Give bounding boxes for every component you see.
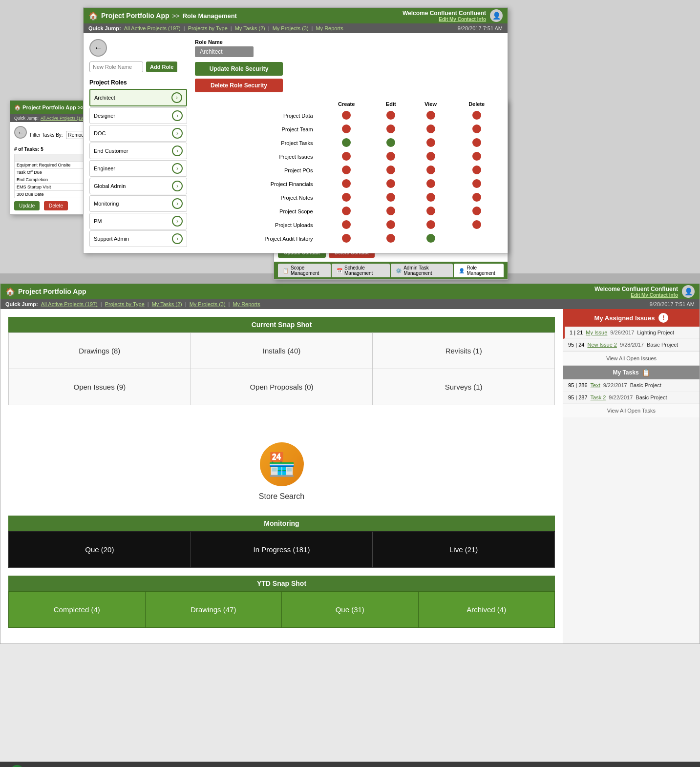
main-qj-label: Quick Jump: bbox=[5, 301, 38, 307]
snap-card-installs[interactable]: Installs (40) bbox=[191, 333, 373, 369]
role-item-pm[interactable]: PM › bbox=[89, 213, 187, 229]
chevron-icon-monitoring: › bbox=[172, 198, 183, 209]
tab-admin-task[interactable]: ⚙️ Admin Task Management bbox=[391, 264, 453, 277]
role-item-end-customer[interactable]: End Customer › bbox=[89, 143, 187, 159]
role-item-architect[interactable]: Architect › bbox=[89, 89, 187, 106]
my-tasks-header: My Tasks 📋 bbox=[563, 366, 700, 379]
right-panel: My Assigned Issues ! 1 | 21 My Issue 9/2… bbox=[563, 309, 700, 643]
snap-card-open-issues[interactable]: Open Issues (9) bbox=[9, 369, 191, 405]
qj-by-type[interactable]: Projects by Type bbox=[188, 25, 228, 31]
tab-schedule[interactable]: 📅 Schedule Management bbox=[332, 264, 390, 277]
chevron-icon-doc: › bbox=[172, 128, 183, 139]
qj-my-projects[interactable]: My Projects (3) bbox=[273, 25, 309, 31]
snap-card-drawings[interactable]: Drawings (8) bbox=[9, 333, 191, 369]
tasks-qj-link[interactable]: All Active Projects (197) bbox=[41, 116, 87, 121]
user-avatar[interactable]: 👤 bbox=[490, 9, 503, 22]
assigned-issues-title: My Assigned Issues bbox=[594, 314, 655, 322]
issue-link-2[interactable]: New Issue 2 bbox=[587, 342, 617, 348]
ytd-card-archived[interactable]: Archived (4) bbox=[419, 592, 555, 628]
chevron-icon-end-customer: › bbox=[172, 145, 183, 156]
monitoring-card-live[interactable]: Live (21) bbox=[373, 532, 555, 568]
ytd-grid: Completed (4) Drawings (47) Que (31) Arc… bbox=[8, 591, 555, 628]
main-qj-my-reports[interactable]: My Reports bbox=[233, 301, 260, 307]
role-item-global-admin[interactable]: Global Admin › bbox=[89, 178, 187, 194]
main-window-header: 🏠 Project Portfolio App Welcome Confluen… bbox=[0, 284, 700, 299]
welcome-name: Welcome Confluent Confluent bbox=[403, 10, 486, 17]
snap-card-surveys[interactable]: Surveys (1) bbox=[373, 369, 555, 405]
update-security-button[interactable]: Update Role Security bbox=[195, 62, 283, 76]
task-id-2: 95 | 287 bbox=[568, 394, 588, 400]
task-link-1[interactable]: Text bbox=[591, 382, 600, 388]
new-role-input[interactable] bbox=[89, 62, 143, 72]
issue-project-1: Lighting Project bbox=[637, 330, 674, 335]
tasks-update-button[interactable]: Update bbox=[14, 201, 40, 210]
monitoring-card-in-progress[interactable]: In Progress (181) bbox=[191, 532, 373, 568]
ytd-section: YTD Snap Shot Completed (4) Drawings (47… bbox=[8, 576, 555, 628]
main-welcome-name: Welcome Confluent Confluent bbox=[594, 286, 678, 292]
main-qj-my-projects[interactable]: My Projects (3) bbox=[190, 301, 226, 307]
tasks-back-button[interactable]: ← bbox=[14, 126, 27, 139]
permission-row: Project Scope bbox=[195, 205, 502, 218]
store-search-label[interactable]: Store Search bbox=[259, 492, 304, 501]
permission-row: Project Issues bbox=[195, 150, 502, 164]
my-tasks-title: My Tasks bbox=[613, 369, 638, 376]
monitoring-card-que[interactable]: Que (20) bbox=[9, 532, 191, 568]
filter-label: Filter Tasks By: bbox=[30, 132, 63, 138]
add-role-button[interactable]: Add Role bbox=[146, 62, 177, 72]
store-icon[interactable]: 🏪 bbox=[260, 442, 304, 486]
back-button[interactable]: ← bbox=[89, 39, 107, 57]
view-all-issues-button[interactable]: View All Open Issues bbox=[563, 351, 700, 366]
main-home-icon[interactable]: 🏠 bbox=[5, 287, 15, 296]
issue-date-1: 9/26/2017 bbox=[610, 330, 634, 335]
edit-contact-link[interactable]: Edit My Contact Info bbox=[403, 17, 486, 22]
separator: >> bbox=[172, 12, 179, 20]
role-item-monitoring[interactable]: Monitoring › bbox=[89, 195, 187, 212]
main-qj-by-type[interactable]: Projects by Type bbox=[105, 301, 145, 307]
permission-row: Project POs bbox=[195, 164, 502, 177]
task-project-2: Basic Project bbox=[636, 394, 667, 400]
chevron-icon-engineer: › bbox=[172, 163, 183, 174]
current-snap-shot-header: Current Snap Shot bbox=[8, 317, 555, 332]
permissions-table: Create Edit View Delete Project DataProj… bbox=[195, 99, 502, 246]
view-all-tasks-button[interactable]: View All Open Tasks bbox=[563, 404, 700, 417]
ytd-card-completed[interactable]: Completed (4) bbox=[9, 592, 146, 628]
chevron-icon-architect: › bbox=[171, 92, 182, 103]
delete-security-button[interactable]: Delete Role Security bbox=[195, 79, 283, 92]
qj-all-active[interactable]: All Active Projects (197) bbox=[124, 25, 181, 31]
main-edit-contact[interactable]: Edit My Contact Info bbox=[594, 292, 678, 298]
role-item-support-admin[interactable]: Support Admin › bbox=[89, 230, 187, 247]
main-qj-my-tasks[interactable]: My Tasks (2) bbox=[152, 301, 182, 307]
role-item-designer[interactable]: Designer › bbox=[89, 107, 187, 124]
snap-card-revisits[interactable]: Revisits (1) bbox=[373, 333, 555, 369]
tab-scope[interactable]: 📋 Scope Management bbox=[278, 264, 331, 277]
main-user-avatar[interactable]: 👤 bbox=[682, 285, 695, 298]
issue-row-1: 1 | 21 My Issue 9/26/2017 Lighting Proje… bbox=[563, 327, 700, 339]
task-id-1: 95 | 286 bbox=[568, 382, 588, 388]
snap-card-open-proposals[interactable]: Open Proposals (0) bbox=[191, 369, 373, 405]
monitoring-header: Monitoring bbox=[8, 516, 555, 531]
tasks-delete-button[interactable]: Delete bbox=[44, 201, 68, 210]
clipboard-icon: 📋 bbox=[642, 369, 650, 376]
qj-my-reports[interactable]: My Reports bbox=[316, 25, 343, 31]
task-link-2[interactable]: Task 2 bbox=[591, 394, 606, 400]
chevron-icon-support-admin: › bbox=[172, 233, 183, 244]
col-delete: Delete bbox=[451, 99, 502, 109]
home-icon[interactable]: 🏠 bbox=[88, 11, 98, 21]
welcome-area: Welcome Confluent Confluent Edit My Cont… bbox=[403, 10, 486, 22]
issue-row-2: 95 | 24 New Issue 2 9/28/2017 Basic Proj… bbox=[563, 339, 700, 351]
chevron-icon-designer: › bbox=[172, 110, 183, 121]
role-item-doc[interactable]: DOC › bbox=[89, 125, 187, 142]
issue-date-2: 9/28/2017 bbox=[620, 342, 644, 348]
main-qj-all-active[interactable]: All Active Projects (197) bbox=[41, 301, 98, 307]
role-item-engineer[interactable]: Engineer › bbox=[89, 160, 187, 177]
tab-role[interactable]: 👤 Role Management bbox=[454, 264, 504, 277]
qj-my-tasks[interactable]: My Tasks (2) bbox=[235, 25, 265, 31]
chevron-icon-global-admin: › bbox=[172, 181, 183, 191]
col-view: View bbox=[410, 99, 452, 109]
role-window-header: 🏠 Project Portfolio App >> Role Manageme… bbox=[84, 8, 508, 23]
issue-link-1[interactable]: My Issue bbox=[586, 330, 607, 335]
ytd-card-que[interactable]: Que (31) bbox=[282, 592, 419, 628]
ytd-card-drawings[interactable]: Drawings (47) bbox=[146, 592, 282, 628]
task-date-2: 9/22/2017 bbox=[609, 394, 633, 400]
current-snap-shot-section: Current Snap Shot Drawings (8) Installs … bbox=[8, 317, 555, 405]
